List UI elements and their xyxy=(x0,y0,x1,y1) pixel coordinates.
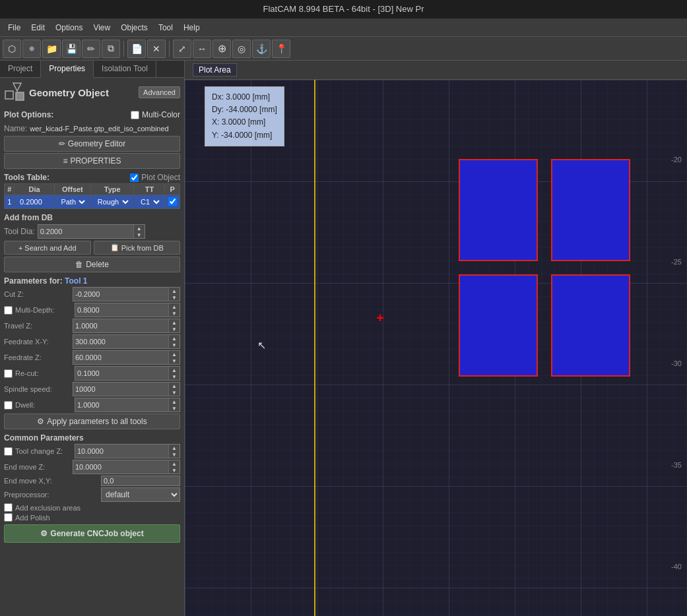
tab-project[interactable]: Project xyxy=(0,61,41,77)
toolbar-delete[interactable]: ✕ xyxy=(147,40,166,58)
tool-change-z-wrap: ▲ ▼ xyxy=(75,444,180,458)
travel-z-input[interactable] xyxy=(73,319,168,332)
add-polish-checkbox[interactable] xyxy=(4,513,13,522)
plot-object-checkbox[interactable] xyxy=(130,173,139,182)
tool-change-z-up[interactable]: ▲ xyxy=(169,445,180,451)
multidepth-down[interactable]: ▼ xyxy=(169,310,180,317)
toolbar-new[interactable]: ⬡ xyxy=(3,40,21,58)
table-row[interactable]: 1 Path In Out xyxy=(5,195,180,209)
dwell-up[interactable]: ▲ xyxy=(169,398,180,405)
apply-btn[interactable]: ⚙ Apply parameters to all tools xyxy=(4,414,180,429)
pick-db-btn[interactable]: 📋 Pick from DB xyxy=(94,241,181,255)
preprocessor-select[interactable]: default grbl linuxcnc xyxy=(101,487,180,502)
tool-dia-up[interactable]: ▲ xyxy=(134,225,145,231)
end-move-z-up[interactable]: ▲ xyxy=(169,460,180,467)
plot-area-tab[interactable]: Plot Area xyxy=(193,63,237,77)
toolbar-new-doc[interactable]: 📄 xyxy=(127,40,146,58)
multidepth-label-wrap: Multi-Depth: xyxy=(4,306,75,315)
canvas-area[interactable]: -20 -25 -30 -35 -40 Dx: 3.0000 [mm] Dy: … xyxy=(185,80,687,616)
toolbar-anchor[interactable]: ⚓ xyxy=(252,40,271,58)
tt-select[interactable]: C1 C2 xyxy=(137,197,162,207)
menu-help[interactable]: Help xyxy=(178,22,205,34)
dwell-label-wrap: Dwell: xyxy=(4,401,75,410)
spindle-down[interactable]: ▼ xyxy=(169,389,180,396)
toolbar-arrows[interactable]: ↔ xyxy=(193,40,211,58)
dwell-input[interactable] xyxy=(75,398,168,412)
toolbar-pin[interactable]: 📍 xyxy=(272,40,290,58)
multidepth-checkbox[interactable] xyxy=(4,306,13,315)
add-exclusion-checkbox[interactable] xyxy=(4,503,13,512)
end-move-z-input[interactable] xyxy=(73,460,168,474)
multidepth-arrows: ▲ ▼ xyxy=(168,303,180,317)
left-panel: Project Properties Isolation Tool Geomet… xyxy=(0,61,185,616)
tool-change-z-down[interactable]: ▼ xyxy=(169,451,180,458)
tool-change-z-checkbox[interactable] xyxy=(4,447,13,456)
toolbar-save[interactable]: 💾 xyxy=(62,40,81,58)
svg-rect-0 xyxy=(5,91,13,99)
travel-z-down[interactable]: ▼ xyxy=(169,326,180,332)
cut-z-up[interactable]: ▲ xyxy=(169,288,180,294)
tool-dia-down[interactable]: ▼ xyxy=(134,231,145,238)
menu-tool[interactable]: Tool xyxy=(153,22,178,34)
tool-change-z-input[interactable] xyxy=(75,445,168,458)
feedrate-z-down[interactable]: ▼ xyxy=(169,357,180,364)
menu-file[interactable]: File xyxy=(3,22,26,34)
spindle-up[interactable]: ▲ xyxy=(169,383,180,389)
feedrate-xy-spinbox: ▲ ▼ xyxy=(73,334,180,349)
toolbar-edit[interactable]: ✏ xyxy=(82,40,100,58)
apply-icon: ⚙ xyxy=(37,417,44,426)
dia-input[interactable] xyxy=(18,197,51,206)
recut-down[interactable]: ▼ xyxy=(169,373,180,380)
spindle-input[interactable] xyxy=(73,383,168,396)
name-row: Name: wer_kicad-F_Paste.gtp_edit_iso_com… xyxy=(4,124,180,133)
cell-dia xyxy=(15,195,54,209)
end-move-xy-input[interactable] xyxy=(101,476,180,486)
menu-edit[interactable]: Edit xyxy=(26,22,50,34)
recut-up[interactable]: ▲ xyxy=(169,367,180,373)
tool-dia-input[interactable] xyxy=(38,225,133,238)
feedrate-z-input[interactable] xyxy=(73,351,168,364)
multidepth-input[interactable] xyxy=(75,303,168,317)
type-select[interactable]: Rough Finish xyxy=(94,197,131,207)
feedrate-xy-down[interactable]: ▼ xyxy=(169,342,180,348)
multicolor-checkbox[interactable] xyxy=(131,111,139,119)
multicolor-row: Multi-Color xyxy=(131,110,180,119)
end-move-z-spinbox: ▲ ▼ xyxy=(73,460,180,474)
dwell-checkbox[interactable] xyxy=(4,401,13,410)
tab-properties[interactable]: Properties xyxy=(41,61,94,78)
properties-btn[interactable]: ≡ PROPERTIES xyxy=(4,153,180,169)
dwell-down[interactable]: ▼ xyxy=(169,405,180,412)
advanced-btn[interactable]: Advanced xyxy=(139,86,180,98)
toolbar-open[interactable]: 📁 xyxy=(42,40,61,58)
menu-options[interactable]: Options xyxy=(50,22,88,34)
travel-z-up[interactable]: ▲ xyxy=(169,319,180,326)
recut-input[interactable] xyxy=(75,367,168,380)
menu-objects[interactable]: Objects xyxy=(115,22,153,34)
delete-btn[interactable]: 🗑 Delete xyxy=(4,257,180,272)
generate-btn[interactable]: ⚙ Generate CNCJob object xyxy=(4,524,180,543)
tab-isolation-tool[interactable]: Isolation Tool xyxy=(94,61,156,77)
feedrate-z-up[interactable]: ▲ xyxy=(169,351,180,357)
multidepth-up[interactable]: ▲ xyxy=(169,303,180,310)
menu-view[interactable]: View xyxy=(88,22,115,34)
toolbar-target[interactable]: ⊕ xyxy=(213,40,231,58)
end-move-z-down[interactable]: ▼ xyxy=(169,467,180,474)
recut-checkbox[interactable] xyxy=(4,369,13,378)
multidepth-wrap: ▲ ▼ xyxy=(75,303,180,317)
search-add-btn[interactable]: + Search and Add xyxy=(4,241,91,255)
recut-label: Re-cut: xyxy=(15,369,75,377)
feedrate-xy-input[interactable] xyxy=(73,335,168,348)
toolbar-new2[interactable]: ⊕ xyxy=(22,40,41,58)
toolbar-expand[interactable]: ⤢ xyxy=(173,40,191,58)
toolbar-circle[interactable]: ◎ xyxy=(232,40,251,58)
coord-dy-value: -34.0000 [mm] xyxy=(226,105,277,114)
cut-z-down[interactable]: ▼ xyxy=(169,294,180,301)
toolbar-copy[interactable]: ⧉ xyxy=(102,40,120,58)
cell-p xyxy=(165,195,180,209)
cut-z-input[interactable] xyxy=(73,288,168,301)
feedrate-xy-up[interactable]: ▲ xyxy=(169,335,180,342)
travel-z-wrap: ▲ ▼ xyxy=(63,319,180,333)
geometry-editor-btn[interactable]: ✏ Geometry Editor xyxy=(4,136,180,152)
offset-select[interactable]: Path In Out xyxy=(57,197,87,207)
p-checkbox[interactable] xyxy=(168,197,177,206)
